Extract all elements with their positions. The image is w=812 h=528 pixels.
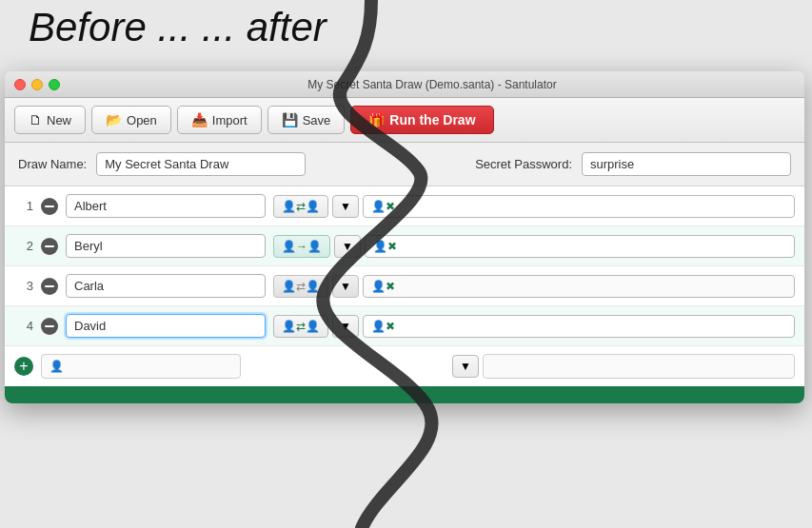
app-window: My Secret Santa Draw (Demo.santa) - Sant… [5, 71, 804, 403]
toolbar: 🗋 New 📂 Open 📥 Import 💾 Save 🎁 Run the D… [5, 98, 804, 143]
table-row: 1 👤⇄👤 ▼ 👤✖ [5, 186, 804, 226]
new-icon: 🗋 [29, 112, 42, 127]
add-exclusion-display [483, 354, 795, 379]
save-icon: 💾 [282, 112, 298, 127]
run-draw-label: Run the Draw [389, 112, 475, 127]
run-draw-button[interactable]: 🎁 Run the Draw [350, 106, 493, 134]
import-label: Import [212, 113, 248, 127]
participant-name-input[interactable] [66, 274, 266, 298]
close-button[interactable] [14, 79, 26, 90]
exclusion-dropdown[interactable]: ▼ [334, 235, 361, 258]
import-icon: 📥 [191, 112, 208, 127]
draw-name-input[interactable] [96, 152, 306, 176]
participant-name-input[interactable] [66, 194, 266, 218]
open-button[interactable]: 📂 Open [91, 106, 171, 134]
exclusion-dropdown[interactable]: ▼ [332, 195, 359, 218]
table-row: 2 👤→👤 ▼ 👤✖ [5, 226, 804, 266]
exclusion-area: 👤⇄👤 ▼ 👤✖ [273, 315, 795, 338]
password-input[interactable] [582, 152, 791, 176]
exclusion-display: 👤✖ [365, 235, 795, 258]
bottom-bar [5, 386, 804, 403]
exclusion-display: 👤✖ [363, 195, 795, 218]
remove-participant-button[interactable] [41, 238, 58, 255]
add-participant-button[interactable]: + [14, 357, 33, 376]
new-participant-name-field[interactable]: 👤 [41, 354, 241, 379]
table-row: 4 👤⇄👤 ▼ 👤✖ [5, 306, 804, 346]
new-button[interactable]: 🗋 New [14, 106, 86, 134]
add-exclusion-area: ▼ [248, 354, 795, 379]
fullscreen-button[interactable] [49, 79, 60, 90]
add-exclusion-button[interactable]: 👤⇄👤 [273, 195, 328, 218]
exclusion-area: 👤→👤 ▼ 👤✖ [273, 235, 795, 258]
exclusion-area: 👤⇄👤 ▼ 👤✖ [273, 275, 795, 298]
row-number: 3 [14, 279, 33, 293]
participant-name-input[interactable] [66, 314, 266, 338]
row-number: 1 [14, 199, 33, 213]
save-button[interactable]: 💾 Save [267, 106, 346, 134]
import-button[interactable]: 📥 Import [177, 106, 262, 134]
add-exclusion-button[interactable]: 👤⇄👤 [273, 275, 328, 298]
exclusion-dropdown[interactable]: ▼ [332, 275, 359, 298]
password-label: Secret Password: [475, 157, 572, 171]
open-label: Open [127, 113, 157, 127]
add-exclusion-dropdown[interactable]: ▼ [452, 355, 479, 378]
add-exclusion-button[interactable]: 👤⇄👤 [273, 315, 328, 338]
window-title: My Secret Santa Draw (Demo.santa) - Sant… [69, 78, 795, 91]
minimize-button[interactable] [31, 79, 43, 90]
before-after-label: Before ... ... after [29, 5, 327, 50]
traffic-lights [14, 79, 60, 90]
exclusion-display: 👤✖ [363, 275, 795, 298]
draw-name-row: Draw Name: Secret Password: [5, 143, 804, 186]
row-number: 2 [14, 239, 33, 253]
participants-table: 1 👤⇄👤 ▼ 👤✖ 2 [5, 186, 804, 386]
exclusion-area: 👤⇄👤 ▼ 👤✖ [273, 195, 795, 218]
remove-participant-button[interactable] [41, 318, 58, 335]
remove-participant-button[interactable] [41, 198, 58, 215]
row-number: 4 [14, 319, 33, 333]
add-exclusion-button[interactable]: 👤→👤 [273, 235, 330, 258]
gift-icon: 🎁 [368, 112, 385, 127]
participant-name-input[interactable] [66, 234, 266, 258]
draw-name-label: Draw Name: [18, 157, 87, 171]
remove-participant-button[interactable] [41, 278, 58, 295]
add-participant-row: + 👤 ▼ [5, 346, 804, 386]
exclusion-dropdown[interactable]: ▼ [332, 315, 359, 338]
table-row: 3 👤⇄👤 ▼ 👤✖ [5, 266, 804, 306]
open-icon: 📂 [106, 112, 122, 127]
exclusion-display: 👤✖ [363, 315, 795, 338]
save-label: Save [303, 113, 331, 127]
new-label: New [47, 113, 71, 127]
title-bar: My Secret Santa Draw (Demo.santa) - Sant… [5, 71, 804, 98]
